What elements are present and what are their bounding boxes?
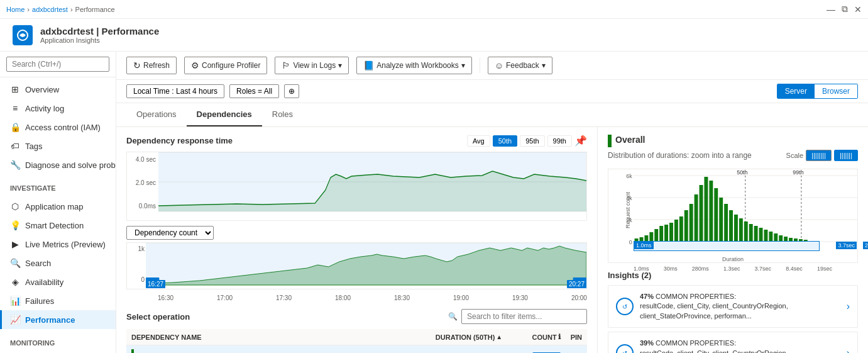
svg-rect-41: [739, 218, 743, 242]
tabs-bar: Operations Dependencies Roles: [116, 103, 868, 127]
content-split: Dependency response time Avg 50th 95th 9…: [116, 127, 868, 353]
insight-item-2[interactable]: ↺ 39% COMMON PROPERTIES: resultCode, cli…: [608, 332, 858, 353]
feedback-button[interactable]: ☺ Feedback ▾: [488, 57, 552, 74]
sidebar-item-diagnose[interactable]: 🔧 Diagnose and solve problems: [0, 155, 116, 174]
svg-rect-26: [664, 225, 668, 242]
row-count-cell: 60.18k: [527, 345, 566, 354]
svg-rect-25: [659, 226, 663, 242]
svg-rect-39: [729, 210, 733, 242]
sidebar-investigate-section: ⬡ Application map 💡 Smart Detection ▶ Li…: [0, 194, 116, 332]
select-operation-header: Select operation 🔍: [126, 309, 587, 324]
insight-2-chevron: ›: [847, 347, 850, 353]
svg-rect-47: [769, 232, 772, 242]
sidebar-item-search[interactable]: 🔍 Search: [0, 254, 116, 272]
sidebar-item-smart-detection[interactable]: 💡 Smart Detection: [0, 216, 116, 235]
refresh-button[interactable]: ↻ Refresh: [126, 57, 177, 74]
tab-roles[interactable]: Roles: [262, 103, 303, 126]
col-duration[interactable]: DURATION (50TH) ▲: [431, 329, 527, 345]
view-logs-button[interactable]: 🏳 View in Logs ▾: [275, 57, 349, 74]
right-panel: Overall Distribution of durations: zoom …: [598, 127, 868, 353]
dist-x-axis: 1.0ms 30ms 280ms 1.3sec 3.7sec 8.4sec 19…: [608, 266, 857, 272]
close-icon[interactable]: ✕: [854, 4, 862, 14]
sidebar-item-label: Availability: [25, 277, 63, 287]
insight-item-1[interactable]: ↺ 47% COMMON PROPERTIES: resultCode, cli…: [608, 285, 858, 328]
avg-legend-btn[interactable]: Avg: [467, 135, 490, 147]
insight-1-icon: ↺: [616, 298, 634, 315]
minimize-icon[interactable]: —: [827, 4, 835, 14]
p50-legend-btn[interactable]: 50th: [493, 135, 517, 147]
resource-type: Application Insights: [40, 36, 159, 44]
svg-rect-38: [724, 204, 728, 242]
resource-header: adxbcdrtest | Performance Application In…: [0, 19, 868, 52]
chart-header: Dependency response time Avg 50th 95th 9…: [126, 135, 587, 147]
tab-operations[interactable]: Operations: [126, 103, 187, 126]
roles-filter[interactable]: Roles = All: [229, 84, 279, 98]
time-7: 19:30: [512, 294, 528, 301]
operation-search-input[interactable]: [461, 309, 587, 324]
time-6: 19:00: [453, 294, 469, 301]
svg-rect-32: [695, 194, 698, 242]
breadcrumb-resource[interactable]: adxbcdrtest: [32, 6, 68, 13]
svg-rect-40: [734, 215, 738, 242]
svg-text:6k: 6k: [626, 173, 632, 179]
time-filter[interactable]: Local Time : Last 4 hours: [126, 84, 224, 98]
logs-btn-icon: 🏳: [282, 60, 290, 70]
live-metrics-icon: ▶: [10, 239, 20, 249]
svg-rect-34: [704, 177, 708, 242]
configure-profiler-button[interactable]: ⚙ Configure Profiler: [184, 57, 267, 74]
sidebar-item-availability[interactable]: ◈ Availability: [0, 272, 116, 291]
range-selector[interactable]: 1.0ms 3.7sec 26sec: [634, 241, 857, 251]
server-toggle[interactable]: Server: [777, 84, 815, 98]
table-body: Overall 1.22 sec: [126, 345, 587, 354]
scale-button[interactable]: ||||||||: [806, 150, 832, 161]
svg-rect-28: [674, 220, 678, 242]
row-indicator: [131, 349, 134, 353]
svg-rect-31: [689, 204, 693, 242]
sidebar-item-tags[interactable]: 🏷 Tags: [0, 137, 116, 155]
sidebar-item-app-map[interactable]: ⬡ Application map: [0, 197, 116, 216]
y-max-label: 4.0 sec: [129, 156, 156, 163]
insights-title: Insights (2): [608, 271, 858, 280]
breadcrumb-home[interactable]: Home: [6, 6, 25, 13]
view-logs-label: View in Logs: [293, 61, 336, 70]
sidebar-item-label: Diagnose and solve problems: [25, 160, 116, 170]
tags-icon: 🏷: [10, 141, 20, 151]
sidebar-item-label: Failures: [25, 296, 54, 306]
svg-rect-35: [709, 181, 713, 242]
browser-toggle[interactable]: Browser: [815, 84, 857, 98]
p95-legend-btn[interactable]: 95th: [520, 135, 544, 147]
filter-extra-button[interactable]: ⊕: [284, 84, 299, 98]
svg-rect-27: [669, 223, 673, 242]
sort-icon: ▲: [496, 333, 502, 340]
distribution-chart: 50th 99th: [608, 169, 858, 263]
pin-icon[interactable]: 📌: [574, 135, 587, 147]
filters-bar: Local Time : Last 4 hours Roles = All ⊕ …: [116, 80, 868, 103]
tab-dependencies[interactable]: Dependencies: [187, 103, 262, 126]
scale-container: Scale |||||||| |||||||: [786, 150, 858, 161]
analyze-workbooks-button[interactable]: 📘 Analyze with Workbooks ▾: [356, 57, 472, 74]
scale-log-button[interactable]: |||||||: [834, 150, 858, 161]
search-input[interactable]: [6, 57, 109, 72]
p99-legend-btn[interactable]: 99th: [547, 135, 572, 147]
dep-count-select[interactable]: Dependency count: [126, 226, 214, 240]
dependency-table: DEPENDENCY NAME DURATION (50TH) ▲: [126, 329, 587, 353]
sidebar-item-live-metrics[interactable]: ▶ Live Metrics (Preview): [0, 235, 116, 254]
sidebar-item-performance[interactable]: 📈 Performance: [0, 310, 116, 329]
toolbar: ↻ Refresh ⚙ Configure Profiler 🏳 View in…: [116, 52, 868, 80]
table-row[interactable]: Overall 1.22 sec: [126, 345, 587, 354]
svg-rect-33: [700, 185, 703, 242]
time-1: 16:30: [158, 294, 173, 301]
sidebar-item-failures[interactable]: 📊 Failures: [0, 291, 116, 310]
response-time-chart: 4.0 sec 2.0 sec 0.0ms: [126, 152, 587, 221]
sidebar-item-label: Application map: [25, 202, 84, 211]
restore-icon[interactable]: ⧉: [842, 4, 848, 14]
dep-count-chart: 1k 0: [126, 242, 587, 289]
select-operation-section: Select operation 🔍: [126, 309, 587, 353]
insight-2-icon: ↺: [616, 344, 634, 353]
breadcrumb-sep1: ›: [27, 6, 30, 13]
sidebar-item-activity-log[interactable]: ≡ Activity log: [0, 99, 116, 118]
search-icon: 🔍: [10, 258, 20, 268]
sidebar-item-overview[interactable]: ⊞ Overview: [0, 80, 116, 99]
configure-icon: ⚙: [191, 60, 199, 70]
sidebar-item-iam[interactable]: 🔒 Access control (IAM): [0, 118, 116, 137]
